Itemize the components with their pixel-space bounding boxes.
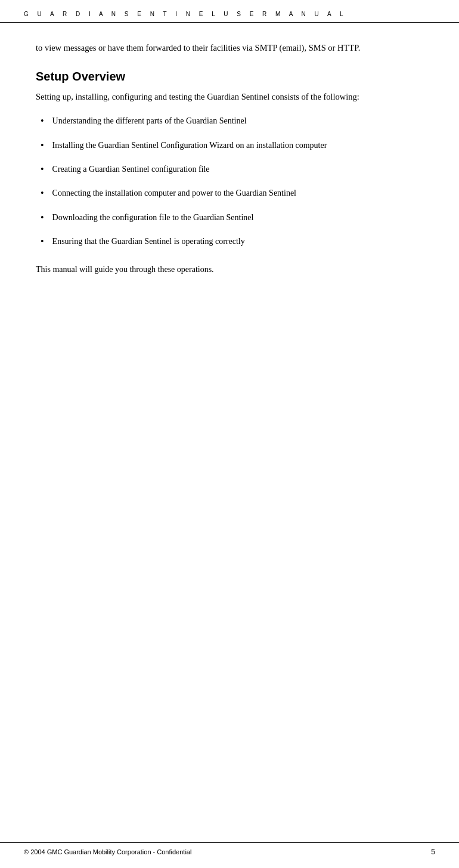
intro-paragraph: to view messages or have them forwarded … bbox=[36, 41, 423, 55]
bullet-item-4: Connecting the installation computer and… bbox=[36, 187, 423, 200]
bullet-item-2: Installing the Guardian Sentinel Configu… bbox=[36, 139, 423, 152]
section-heading: Setup Overview bbox=[36, 70, 423, 84]
bullet-list: Understanding the different parts of the… bbox=[36, 115, 423, 248]
bullet-item-5: Downloading the configuration file to th… bbox=[36, 211, 423, 224]
bullet-item-1: Understanding the different parts of the… bbox=[36, 115, 423, 128]
footer-copyright: © 2004 GMC Guardian Mobility Corporation… bbox=[24, 848, 191, 855]
page-footer: © 2004 GMC Guardian Mobility Corporation… bbox=[0, 842, 459, 856]
header-title: G U A R D I A N S E N T I N E L U S E R … bbox=[24, 11, 346, 17]
page-header: G U A R D I A N S E N T I N E L U S E R … bbox=[0, 0, 459, 23]
page-container: G U A R D I A N S E N T I N E L U S E R … bbox=[0, 0, 459, 868]
bullet-item-6: Ensuring that the Guardian Sentinel is o… bbox=[36, 235, 423, 248]
closing-paragraph: This manual will guide you through these… bbox=[36, 263, 423, 276]
footer-page-number: 5 bbox=[431, 848, 435, 856]
content-area: to view messages or have them forwarded … bbox=[0, 23, 459, 312]
bullet-item-3: Creating a Guardian Sentinel configurati… bbox=[36, 163, 423, 176]
section-intro: Setting up, installing, configuring and … bbox=[36, 89, 423, 104]
